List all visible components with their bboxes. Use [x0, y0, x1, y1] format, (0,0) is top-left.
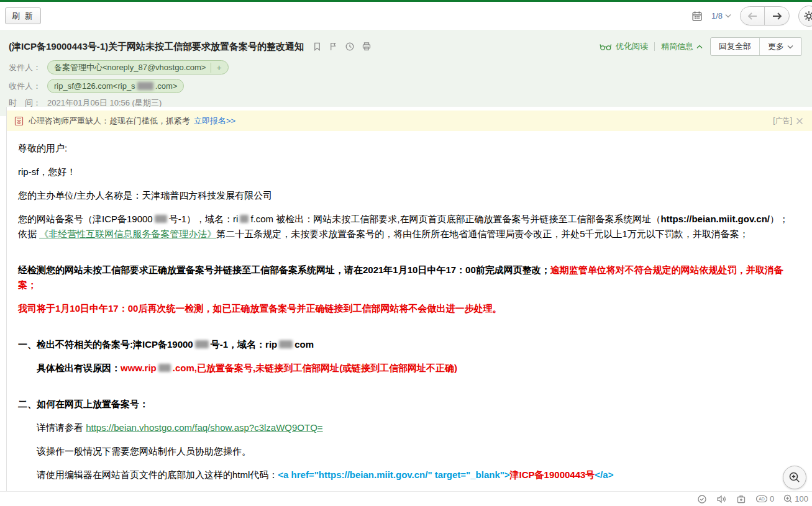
recipient-address-prefix: rip_sf@126.com<rip_s — [54, 81, 135, 91]
more-button[interactable]: 更多 — [760, 38, 801, 55]
top-toolbar: 刷 新 1/8 — [0, 2, 812, 30]
reason-domain-text: www.rip — [121, 363, 157, 373]
miit-url-text: https://beian.miit.gov.cn/ — [660, 214, 770, 224]
refresh-button[interactable]: 刷 新 — [5, 7, 41, 24]
simplify-info-label: 精简信息 — [661, 41, 693, 52]
icp-text-5: 第二十五条规定，未按要求放置备案号的，将由住所所在地省通信管理局责令改正，并处5… — [216, 228, 749, 239]
arrow-left-icon — [747, 12, 758, 20]
reason-label: 具体检出有误原因： — [37, 363, 121, 373]
close-icon[interactable] — [796, 117, 803, 125]
redacted-text — [137, 82, 153, 90]
divider — [654, 42, 655, 51]
next-mail-button[interactable] — [765, 7, 789, 25]
to-row: 收件人： rip_sf@126.com<rip_s .com> — [9, 79, 802, 93]
salutation-text: rip-sf，您好！ — [18, 166, 76, 177]
faq-link[interactable]: https://beian.vhostgo.com/faq/show.asp?c… — [86, 422, 322, 433]
from-row: 发件人： 备案管理中心<noreply_87@vhostgo.com> + — [9, 60, 802, 75]
recheck-text: 我司将于1月10日中午17：00后再次统一检测，如已正确放置备案号并正确链接到工… — [18, 303, 501, 314]
optimize-reading-link[interactable]: 优化阅读 — [600, 41, 648, 52]
icp-text-3: f.com 被检出：网站未按工信部要求,在网页首页底部正确放置备案号并链接至工信… — [250, 214, 660, 224]
note-line: 该操作一般情况下需要您网站制作人员协助您操作。 — [18, 444, 797, 459]
sender-chip[interactable]: 备案管理中心<noreply_87@vhostgo.com> + — [47, 60, 229, 75]
magnifier-plus-icon — [788, 471, 801, 484]
simplify-info-link[interactable]: 精简信息 — [661, 41, 703, 52]
bookmark-icon[interactable] — [312, 42, 322, 52]
ad-signup-link[interactable]: 立即报名>> — [194, 115, 235, 127]
redacted-text — [279, 340, 293, 348]
svg-text:AD: AD — [759, 497, 765, 501]
page-indicator[interactable]: 1/8 — [711, 11, 731, 20]
section2-title: 二、如何在网页上放置备案号： — [18, 397, 797, 412]
zoom-plus-icon — [783, 494, 793, 504]
read-aloud-button[interactable] — [716, 494, 727, 504]
clock-icon[interactable] — [345, 42, 355, 52]
reply-all-button[interactable]: 回复全部 — [711, 38, 760, 55]
more-button-label: 更多 — [768, 41, 784, 52]
greeting-text: 尊敬的用户: — [18, 143, 67, 153]
first-aid-kit-icon — [736, 494, 746, 504]
recheck-paragraph: 我司将于1月10日中午17：00后再次统一检测，如已正确放置备案号并正确链接到工… — [18, 301, 797, 316]
regulation-link[interactable]: 《非经营性互联网信息服务备案管理办法》 — [39, 228, 216, 239]
zoom-in-fab-button[interactable] — [783, 466, 806, 489]
page-indicator-label: 1/8 — [711, 11, 723, 20]
redacted-text — [155, 215, 167, 223]
speaker-icon — [716, 494, 727, 504]
error-reason-line: 具体检出有误原因：www.rip.com,已放置备案号,未链接到工信部网址(或链… — [18, 361, 797, 376]
optimize-reading-label: 优化阅读 — [616, 41, 648, 52]
recipient-chip[interactable]: rip_sf@126.com<rip_s .com> — [47, 79, 184, 93]
mail-nav-group — [740, 6, 790, 25]
mail-content-pane: 心理咨询师严重缺人：趁现在门槛低，抓紧考 立即报名>> [广告] 尊敬的用户: … — [6, 107, 812, 491]
ad-badge-icon: AD — [755, 494, 768, 504]
to-label: 收件人： — [9, 81, 47, 92]
shield-check-icon — [697, 494, 707, 504]
code-icp-number-text: 津ICP备19000443号 — [510, 469, 595, 480]
ad-count: 0 — [770, 494, 774, 504]
chevron-down-icon — [787, 45, 793, 49]
ad-text: 心理咨询师严重缺人：趁现在门槛低，抓紧考 — [29, 115, 190, 127]
section1-text-2: 号-1，域名：rip — [211, 339, 278, 350]
icp-text-2: 号-1），域名：ri — [169, 214, 239, 224]
mail-subject: (津ICP备19000443号-1)关于网站未按工信部要求放置备案号的整改通知 — [9, 41, 304, 53]
section1-text-1: 一、检出不符相关的备案号:津ICP备19000 — [18, 339, 193, 350]
code-open-tag-text: <a href="https://beian.miit.gov.cn/" tar… — [278, 469, 509, 480]
recipient-address-suffix: .com> — [155, 81, 178, 91]
redacted-text — [195, 340, 209, 348]
icp-text-1: 您的网站备案号（津ICP备19000 — [18, 214, 153, 224]
calendar-icon[interactable] — [691, 11, 703, 22]
arrow-right-icon — [772, 12, 783, 20]
certificate-icon — [14, 116, 24, 126]
html-code-line: 请使用编辑器在网站首页文件的底部加入这样的html代码：<a href="htt… — [18, 468, 797, 482]
section1-text-3: com — [294, 339, 314, 350]
deadline-text: 经检测您的网站未按工信部要求正确放置备案号并链接至工信部备案系统网址，请在202… — [18, 264, 550, 275]
ad-filter-control[interactable]: AD 0 — [755, 494, 774, 504]
glasses-icon — [600, 43, 613, 50]
ad-banner: 心理咨询师严重缺人：趁现在门槛低，抓紧考 立即报名>> [广告] — [7, 111, 812, 131]
settings-gear-button[interactable] — [798, 6, 812, 27]
status-bar: AD 0 100 — [0, 491, 812, 506]
mail-body: 尊敬的用户: rip-sf，您好！ 您的主办单位/主办人名称是：天津瑞普四方科技… — [7, 131, 812, 482]
chevron-up-icon — [696, 45, 703, 49]
detail-link-line: 详情请参看 https://beian.vhostgo.com/faq/show… — [18, 420, 797, 435]
organizer-text: 您的主办单位/主办人名称是：天津瑞普四方科技发展有限公司 — [18, 190, 272, 201]
code-label: 请使用编辑器在网站首页文件的底部加入这样的html代码： — [37, 469, 278, 480]
note-text: 该操作一般情况下需要您网站制作人员协助您操作。 — [37, 446, 251, 456]
flag-icon[interactable] — [329, 42, 338, 52]
greeting-line: 尊敬的用户: — [18, 141, 797, 156]
section1-title: 一、检出不符相关的备案号:津ICP备19000号-1，域名：ripcom — [18, 337, 797, 352]
previous-mail-button[interactable] — [741, 7, 765, 25]
gear-icon — [803, 11, 812, 22]
safety-shield-button[interactable] — [697, 494, 707, 504]
printer-icon[interactable] — [362, 42, 372, 52]
from-label: 发件人： — [9, 62, 47, 73]
detail-label: 详情请参看 — [37, 422, 86, 433]
deadline-paragraph: 经检测您的网站未按工信部要求正确放置备案号并链接至工信部备案系统网址，请在202… — [18, 263, 797, 292]
zoom-level-control[interactable]: 100 — [783, 494, 808, 504]
save-attachment-button[interactable] — [736, 494, 746, 504]
ad-tag: [广告] — [773, 115, 792, 126]
add-contact-button[interactable]: + — [211, 63, 221, 73]
code-close-tag-text: </a> — [595, 469, 613, 480]
section2-title-text: 二、如何在网页上放置备案号： — [18, 399, 148, 409]
redacted-text — [240, 215, 249, 223]
sender-address: 备案管理中心<noreply_87@vhostgo.com> — [54, 62, 206, 73]
reason-detail-text: .com,已放置备案号,未链接到工信部网址(或链接到工信部网址不正确) — [173, 363, 457, 373]
